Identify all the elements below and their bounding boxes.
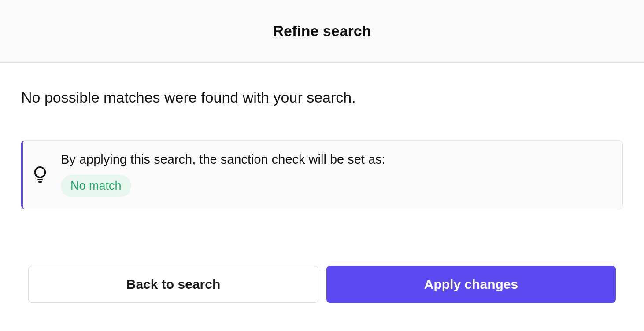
modal-content: No possible matches were found with your… — [0, 63, 644, 209]
info-callout: By applying this search, the sanction ch… — [21, 140, 623, 209]
modal-footer: Back to search Apply changes — [0, 266, 644, 331]
modal-title: Refine search — [273, 22, 371, 40]
lightbulb-icon — [32, 165, 48, 184]
back-to-search-button[interactable]: Back to search — [28, 266, 318, 303]
callout-body: By applying this search, the sanction ch… — [61, 152, 385, 197]
no-results-message: No possible matches were found with your… — [21, 89, 623, 106]
svg-point-0 — [35, 167, 45, 177]
modal-header: Refine search — [0, 0, 644, 63]
status-badge: No match — [61, 175, 131, 197]
callout-text: By applying this search, the sanction ch… — [61, 152, 385, 167]
apply-changes-button[interactable]: Apply changes — [326, 266, 616, 303]
